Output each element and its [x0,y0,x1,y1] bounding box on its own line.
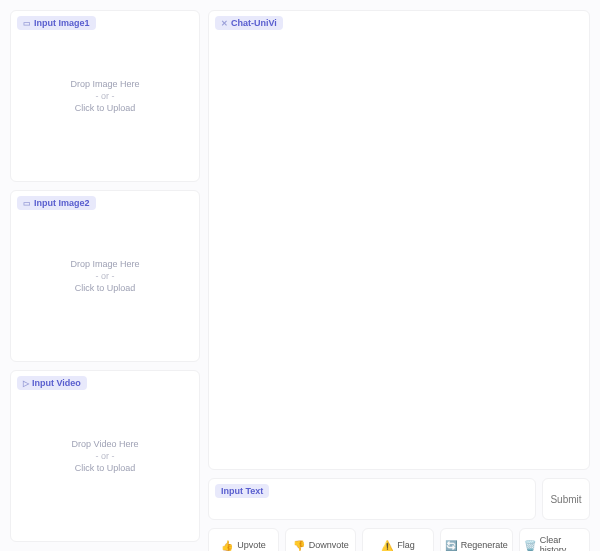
text-row: Input Text Submit [208,478,590,520]
dropzone-text: Drop Image Here [70,259,139,269]
input-image1-panel: ▭ Input Image1 Drop Image Here - or - Cl… [10,10,200,182]
trash-icon: 🗑️ [524,540,536,551]
input-image2-panel: ▭ Input Image2 Drop Image Here - or - Cl… [10,190,200,362]
input-video-label-text: Input Video [32,378,81,388]
input-image1-label-text: Input Image1 [34,18,90,28]
regenerate-button[interactable]: 🔄 Regenerate [440,528,513,551]
thumbs-up-icon: 👍 [221,540,233,551]
input-image2-label: ▭ Input Image2 [17,196,96,210]
input-video-label: ▷ Input Video [17,376,87,390]
image-icon: ▭ [23,199,31,208]
video-icon: ▷ [23,379,29,388]
downvote-label: Downvote [309,540,349,550]
submit-label: Submit [550,494,581,505]
dropzone-text: - or - [96,271,115,281]
input-image2-label-text: Input Image2 [34,198,90,208]
input-text-label-text: Input Text [221,486,263,496]
chat-icon: ✕ [221,19,228,28]
dropzone-text: Click to Upload [75,463,136,473]
left-column: ▭ Input Image1 Drop Image Here - or - Cl… [10,10,200,551]
downvote-button[interactable]: 👎 Downvote [285,528,356,551]
chat-panel: ✕ Chat-UniVi [208,10,590,470]
image-icon: ▭ [23,19,31,28]
input-image1-label: ▭ Input Image1 [17,16,96,30]
flag-button[interactable]: ⚠️ Flag [362,528,433,551]
input-text-label: Input Text [215,484,269,498]
submit-button[interactable]: Submit [542,478,590,520]
regenerate-icon: 🔄 [445,540,457,551]
chat-label: ✕ Chat-UniVi [215,16,283,30]
dropzone-text: Drop Image Here [70,79,139,89]
dropzone-text: Click to Upload [75,283,136,293]
regenerate-label: Regenerate [461,540,508,550]
chat-label-text: Chat-UniVi [231,18,277,28]
dropzone-text: Click to Upload [75,103,136,113]
input-video-dropzone[interactable]: Drop Video Here - or - Click to Upload [11,371,199,541]
input-image1-dropzone[interactable]: Drop Image Here - or - Click to Upload [11,11,199,181]
button-row: 👍 Upvote 👎 Downvote ⚠️ Flag 🔄 Regenerate… [208,528,590,551]
dropzone-text: - or - [96,451,115,461]
right-column: ✕ Chat-UniVi Input Text Submit 👍 Upvote … [208,10,590,551]
clear-history-button[interactable]: 🗑️ Clear history [519,528,590,551]
flag-label: Flag [397,540,415,550]
upvote-label: Upvote [237,540,266,550]
dropzone-text: - or - [96,91,115,101]
app-root: ▭ Input Image1 Drop Image Here - or - Cl… [10,10,590,551]
dropzone-text: Drop Video Here [72,439,139,449]
upvote-button[interactable]: 👍 Upvote [208,528,279,551]
clear-history-label: Clear history [540,535,585,551]
input-text-panel[interactable]: Input Text [208,478,536,520]
input-video-panel: ▷ Input Video Drop Video Here - or - Cli… [10,370,200,542]
thumbs-down-icon: 👎 [293,540,305,551]
flag-icon: ⚠️ [381,540,393,551]
input-image2-dropzone[interactable]: Drop Image Here - or - Click to Upload [11,191,199,361]
